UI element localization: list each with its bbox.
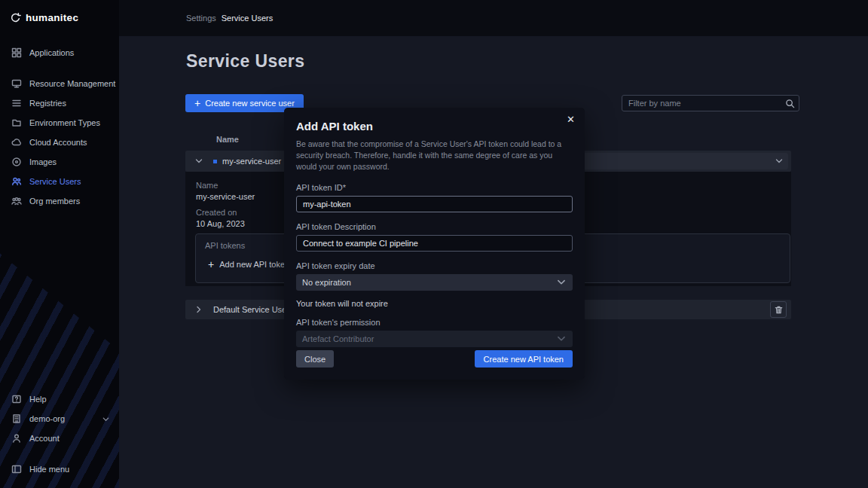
filter-by-name-input[interactable] (622, 95, 799, 111)
images-icon (11, 157, 22, 167)
service-user-name: my-service-user (213, 157, 281, 166)
modal-footer: Close Create new API token (296, 350, 573, 368)
sidebar-item-account[interactable]: Account (0, 429, 119, 448)
applications-icon (11, 47, 22, 58)
sidebar-hide-menu-wrap: Hide menu (0, 459, 119, 479)
expiry-date-selected-value: No expiration (302, 278, 351, 287)
trash-icon (774, 305, 784, 315)
sidebar-item-label: Environment Types (29, 118, 100, 127)
sidebar-item-label: Registries (29, 99, 66, 108)
sidebar-item-label: demo-org (29, 414, 65, 423)
breadcrumb: Settings Service Users (186, 0, 273, 36)
service-users-icon (11, 176, 22, 187)
expiry-note: Your token will not expire (296, 299, 573, 308)
app-root: Settings Service Users humanitec Applica… (0, 0, 868, 488)
chevron-down-icon (556, 334, 567, 344)
close-icon[interactable]: ✕ (567, 114, 575, 124)
page-title: Service Users (186, 51, 304, 72)
sidebar-nav: Applications Resource Management Registr… (0, 43, 119, 211)
api-token-description-input[interactable] (296, 235, 573, 252)
sidebar-item-org-members[interactable]: Org members (0, 191, 119, 211)
api-token-expiry-label: API token expiry date (296, 261, 573, 270)
service-user-name: Default Service Use (213, 305, 286, 314)
sidebar-item-label: Hide menu (29, 465, 69, 474)
api-token-permission-label: API token's permission (296, 318, 573, 327)
add-new-api-token-button[interactable]: + Add new API token (205, 256, 297, 273)
search-icon (785, 98, 795, 111)
chevron-down-icon (556, 277, 567, 288)
logo-text: humanitec (26, 12, 78, 23)
sidebar-item-label: Service Users (29, 177, 81, 186)
add-api-token-modal: ✕ Add API token Be aware that the compro… (284, 108, 585, 380)
sidebar-item-applications[interactable]: Applications (0, 43, 119, 63)
logo[interactable]: humanitec (10, 12, 78, 23)
resource-management-icon (11, 78, 22, 89)
org-icon (11, 413, 22, 424)
modal-close-button[interactable]: Close (296, 350, 334, 368)
sidebar-item-label: Cloud Accounts (29, 138, 87, 147)
sidebar-item-label: Images (29, 157, 57, 166)
sidebar-item-help[interactable]: Help (0, 389, 119, 409)
sidebar-item-service-users[interactable]: Service Users (0, 172, 119, 191)
help-icon (11, 394, 22, 404)
sidebar-item-environment-types[interactable]: Environment Types (0, 113, 119, 133)
environment-types-icon (11, 117, 22, 128)
plus-icon: + (194, 98, 200, 108)
sidebar-item-label: Org members (29, 197, 80, 206)
modal-warning-text: Be aware that the compromise of a Servic… (296, 139, 567, 173)
top-bar (0, 0, 868, 36)
sidebar-item-label: Account (29, 434, 60, 443)
filter-field-wrap (622, 95, 799, 111)
chevron-down-icon[interactable] (194, 157, 203, 166)
sidebar: humanitec Applications Resource Manageme… (0, 0, 119, 488)
sidebar-item-hide-menu[interactable]: Hide menu (0, 459, 119, 479)
sidebar-item-cloud-accounts[interactable]: Cloud Accounts (0, 133, 119, 152)
account-icon (11, 433, 22, 444)
status-dot (213, 160, 217, 163)
api-token-id-label: API token ID* (296, 183, 573, 192)
api-token-description-label: API token Description (296, 222, 573, 231)
api-token-id-input[interactable] (296, 196, 573, 212)
humanitec-logo-icon (10, 12, 21, 23)
modal-title: Add API token (296, 120, 573, 133)
table-column-header-name: Name (216, 135, 239, 144)
breadcrumb-settings[interactable]: Settings (186, 14, 216, 23)
sidebar-item-label: Help (29, 395, 47, 404)
sidebar-item-label: Resource Management (29, 79, 115, 88)
sidebar-item-demo-org[interactable]: demo-org (0, 409, 119, 429)
registries-icon (11, 98, 22, 108)
breadcrumb-service-users: Service Users (222, 14, 273, 23)
sidebar-item-label: Applications (29, 48, 74, 57)
sidebar-item-resource-management[interactable]: Resource Management (0, 74, 119, 93)
cloud-accounts-icon (11, 137, 22, 148)
sidebar-item-images[interactable]: Images (0, 152, 119, 172)
hide-menu-icon (11, 464, 22, 474)
sidebar-item-registries[interactable]: Registries (0, 93, 119, 113)
chevron-down-icon[interactable] (102, 415, 110, 423)
permission-selected-value: Artefact Contributor (302, 334, 374, 343)
create-api-token-button[interactable]: Create new API token (475, 350, 573, 368)
sidebar-footer-nav: Help demo-org Account (0, 389, 119, 448)
delete-service-user-button[interactable] (770, 301, 787, 318)
create-service-user-label: Create new service user (205, 99, 295, 108)
org-members-icon (11, 196, 22, 206)
expiry-date-select[interactable]: No expiration (296, 274, 573, 291)
chevron-right-icon[interactable] (194, 305, 203, 314)
permission-select: Artefact Contributor (296, 331, 573, 347)
plus-icon: + (208, 259, 214, 270)
